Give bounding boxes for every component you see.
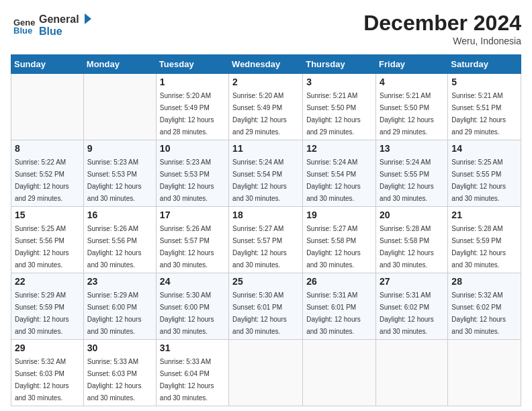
day-header-tuesday: Tuesday — [156, 55, 228, 74]
day-info: Sunrise: 5:32 AMSunset: 6:02 PMDaylight:… — [451, 291, 506, 335]
calendar-cell: 3Sunrise: 5:21 AMSunset: 5:50 PMDaylight… — [303, 74, 376, 140]
day-number: 24 — [160, 276, 225, 287]
day-info: Sunrise: 5:27 AMSunset: 5:57 PMDaylight:… — [232, 225, 287, 269]
day-number: 23 — [87, 276, 152, 287]
day-info: Sunrise: 5:23 AMSunset: 5:53 PMDaylight:… — [160, 158, 214, 202]
week-row-3: 15Sunrise: 5:25 AMSunset: 5:56 PMDayligh… — [11, 207, 521, 273]
day-number: 2 — [232, 77, 299, 87]
calendar-cell — [11, 74, 84, 140]
svg-text:Blue: Blue — [39, 26, 62, 37]
day-number: 17 — [160, 210, 225, 220]
day-info: Sunrise: 5:26 AMSunset: 5:57 PMDaylight:… — [160, 225, 214, 269]
calendar-cell: 27Sunrise: 5:31 AMSunset: 6:02 PMDayligh… — [376, 273, 448, 340]
day-info: Sunrise: 5:31 AMSunset: 6:01 PMDaylight:… — [306, 291, 361, 335]
day-info: Sunrise: 5:24 AMSunset: 5:55 PMDaylight:… — [380, 158, 434, 202]
day-number: 26 — [306, 276, 372, 287]
day-info: Sunrise: 5:32 AMSunset: 6:03 PMDaylight:… — [15, 358, 69, 402]
calendar-cell: 15Sunrise: 5:25 AMSunset: 5:56 PMDayligh… — [11, 207, 84, 273]
day-info: Sunrise: 5:33 AMSunset: 6:04 PMDaylight:… — [160, 358, 214, 402]
calendar: SundayMondayTuesdayWednesdayThursdayFrid… — [11, 54, 521, 406]
calendar-cell: 12Sunrise: 5:24 AMSunset: 5:54 PMDayligh… — [303, 140, 376, 207]
calendar-cell: 25Sunrise: 5:30 AMSunset: 6:01 PMDayligh… — [229, 273, 303, 340]
week-row-1: 1Sunrise: 5:20 AMSunset: 5:49 PMDaylight… — [11, 74, 521, 140]
day-number: 25 — [232, 276, 299, 287]
day-info: Sunrise: 5:29 AMSunset: 5:59 PMDaylight:… — [15, 291, 69, 335]
calendar-cell: 26Sunrise: 5:31 AMSunset: 6:01 PMDayligh… — [303, 273, 376, 340]
calendar-body: 1Sunrise: 5:20 AMSunset: 5:49 PMDaylight… — [11, 74, 521, 406]
calendar-cell — [229, 340, 303, 406]
day-number: 1 — [160, 77, 225, 87]
calendar-cell: 30Sunrise: 5:33 AMSunset: 6:03 PMDayligh… — [83, 340, 156, 406]
day-number: 22 — [15, 276, 80, 287]
svg-text:Blue: Blue — [13, 26, 32, 36]
day-number: 30 — [87, 342, 152, 353]
day-info: Sunrise: 5:20 AMSunset: 5:49 PMDaylight:… — [232, 92, 287, 136]
title-area: December 2024 Weru, Indonesia — [363, 11, 521, 46]
day-number: 12 — [306, 143, 372, 154]
day-info: Sunrise: 5:27 AMSunset: 5:58 PMDaylight:… — [306, 225, 361, 269]
day-info: Sunrise: 5:20 AMSunset: 5:49 PMDaylight:… — [160, 92, 214, 136]
calendar-cell: 29Sunrise: 5:32 AMSunset: 6:03 PMDayligh… — [11, 340, 84, 406]
calendar-header: SundayMondayTuesdayWednesdayThursdayFrid… — [11, 55, 521, 74]
day-info: Sunrise: 5:24 AMSunset: 5:54 PMDaylight:… — [306, 158, 361, 202]
calendar-cell: 16Sunrise: 5:26 AMSunset: 5:56 PMDayligh… — [83, 207, 156, 273]
day-header-monday: Monday — [83, 55, 156, 74]
day-number: 11 — [232, 143, 299, 154]
day-info: Sunrise: 5:30 AMSunset: 6:01 PMDaylight:… — [232, 291, 287, 335]
day-number: 18 — [232, 210, 299, 220]
calendar-cell: 28Sunrise: 5:32 AMSunset: 6:02 PMDayligh… — [448, 273, 521, 340]
week-row-2: 8Sunrise: 5:22 AMSunset: 5:52 PMDaylight… — [11, 140, 521, 207]
day-info: Sunrise: 5:28 AMSunset: 5:58 PMDaylight:… — [380, 225, 434, 269]
calendar-cell: 20Sunrise: 5:28 AMSunset: 5:58 PMDayligh… — [376, 207, 448, 273]
calendar-cell: 21Sunrise: 5:28 AMSunset: 5:59 PMDayligh… — [448, 207, 521, 273]
calendar-cell: 22Sunrise: 5:29 AMSunset: 5:59 PMDayligh… — [11, 273, 84, 340]
calendar-cell: 31Sunrise: 5:33 AMSunset: 6:04 PMDayligh… — [156, 340, 228, 406]
day-info: Sunrise: 5:25 AMSunset: 5:56 PMDaylight:… — [15, 225, 69, 269]
logo-svg: General Blue — [39, 11, 93, 38]
day-number: 10 — [160, 143, 225, 154]
day-number: 28 — [451, 276, 517, 287]
calendar-cell — [376, 340, 448, 406]
day-info: Sunrise: 5:22 AMSunset: 5:52 PMDaylight:… — [15, 158, 69, 202]
day-number: 19 — [306, 210, 372, 220]
day-header-sunday: Sunday — [11, 55, 84, 74]
calendar-cell: 10Sunrise: 5:23 AMSunset: 5:53 PMDayligh… — [156, 140, 228, 207]
day-number: 3 — [306, 77, 372, 87]
day-header-saturday: Saturday — [448, 55, 521, 74]
day-number: 27 — [380, 276, 444, 287]
day-number: 20 — [380, 210, 444, 220]
week-row-4: 22Sunrise: 5:29 AMSunset: 5:59 PMDayligh… — [11, 273, 521, 340]
day-header-friday: Friday — [376, 55, 448, 74]
calendar-cell: 2Sunrise: 5:20 AMSunset: 5:49 PMDaylight… — [229, 74, 303, 140]
day-info: Sunrise: 5:21 AMSunset: 5:51 PMDaylight:… — [451, 92, 506, 136]
day-info: Sunrise: 5:31 AMSunset: 6:02 PMDaylight:… — [380, 291, 434, 335]
svg-marker-4 — [85, 13, 91, 24]
day-number: 5 — [451, 77, 517, 87]
day-number: 15 — [15, 210, 80, 220]
day-info: Sunrise: 5:30 AMSunset: 6:00 PMDaylight:… — [160, 291, 214, 335]
day-number: 14 — [451, 143, 517, 154]
day-number: 21 — [451, 210, 517, 220]
calendar-cell: 19Sunrise: 5:27 AMSunset: 5:58 PMDayligh… — [303, 207, 376, 273]
calendar-cell: 18Sunrise: 5:27 AMSunset: 5:57 PMDayligh… — [229, 207, 303, 273]
day-number: 31 — [160, 342, 225, 353]
day-info: Sunrise: 5:24 AMSunset: 5:54 PMDaylight:… — [232, 158, 287, 202]
logo-icon: General Blue — [11, 12, 35, 36]
day-info: Sunrise: 5:33 AMSunset: 6:03 PMDaylight:… — [87, 358, 142, 402]
svg-text:General: General — [39, 13, 79, 25]
logo: General Blue General Blue — [11, 11, 93, 38]
day-number: 13 — [380, 143, 444, 154]
day-info: Sunrise: 5:29 AMSunset: 6:00 PMDaylight:… — [87, 291, 142, 335]
calendar-cell — [303, 340, 376, 406]
day-info: Sunrise: 5:21 AMSunset: 5:50 PMDaylight:… — [306, 92, 361, 136]
calendar-cell: 8Sunrise: 5:22 AMSunset: 5:52 PMDaylight… — [11, 140, 84, 207]
day-info: Sunrise: 5:28 AMSunset: 5:59 PMDaylight:… — [451, 225, 506, 269]
day-info: Sunrise: 5:21 AMSunset: 5:50 PMDaylight:… — [380, 92, 434, 136]
page-header: General Blue General Blue December 2024 … — [11, 11, 521, 46]
day-info: Sunrise: 5:25 AMSunset: 5:55 PMDaylight:… — [451, 158, 506, 202]
calendar-cell: 23Sunrise: 5:29 AMSunset: 6:00 PMDayligh… — [83, 273, 156, 340]
day-info: Sunrise: 5:23 AMSunset: 5:53 PMDaylight:… — [87, 158, 142, 202]
day-number: 4 — [380, 77, 444, 87]
day-number: 9 — [87, 143, 152, 154]
calendar-cell: 9Sunrise: 5:23 AMSunset: 5:53 PMDaylight… — [83, 140, 156, 207]
